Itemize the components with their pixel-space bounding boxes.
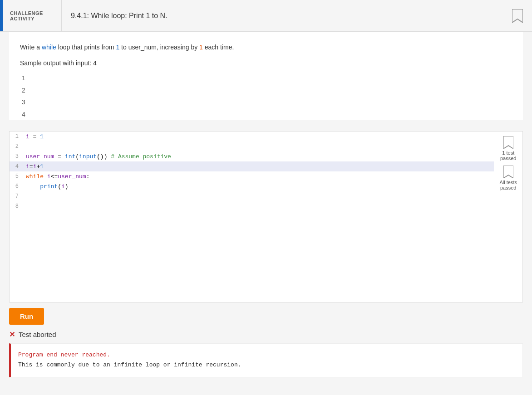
code-line-3: 3 user_num = int(input()) # Assume posit… — [10, 151, 494, 161]
badge-2-line2: passed — [500, 185, 516, 190]
error-line1: Program end never reached. — [18, 350, 515, 360]
svg-marker-1 — [503, 136, 513, 149]
code-line-4: 4 i=i+1 — [10, 161, 494, 171]
description: Write a while loop that prints from 1 to… — [20, 43, 512, 52]
line-num-7: 7 — [10, 193, 24, 200]
desc-text-to: to user_num, increasing by — [119, 44, 199, 51]
line-num-3: 3 — [10, 153, 24, 160]
sample-num-3: 3 — [22, 96, 512, 108]
x-icon: ✕ — [9, 330, 15, 339]
error-line2: This is commonly due to an infinite loop… — [18, 360, 515, 370]
line-num-5: 5 — [10, 173, 24, 180]
sample-output-label: Sample output with input: 4 — [20, 59, 512, 67]
error-box: Program end never reached. This is commo… — [9, 343, 523, 377]
code-editor[interactable]: 1 i = 1 2 3 user_num = int(input()) # As… — [10, 132, 494, 302]
test-aborted-text: Test aborted — [19, 331, 56, 338]
bookmark-icon — [512, 9, 523, 23]
header: CHALLENGE ACTIVITY 9.4.1: While loop: Pr… — [0, 0, 532, 32]
code-empty-space — [10, 211, 494, 302]
code-line-1: 1 i = 1 — [10, 132, 494, 141]
line-num-6: 6 — [10, 183, 24, 190]
challenge-label-line2: ACTIVITY — [10, 16, 54, 21]
main-content: Write a while loop that prints from 1 to… — [9, 32, 523, 120]
page-wrapper: CHALLENGE ACTIVITY 9.4.1: While loop: Pr… — [0, 0, 532, 395]
header-subtitle: 9.4.1: While loop: Print 1 to N. — [62, 0, 503, 31]
code-lines: 1 i = 1 2 3 user_num = int(input()) # As… — [10, 132, 494, 302]
desc-while-text: while — [42, 44, 56, 51]
desc-text-before: Write a — [20, 44, 42, 51]
badge-bookmark-1 — [503, 136, 513, 149]
line-content-3: user_num = int(input()) # Assume positiv… — [24, 153, 494, 160]
sample-num-4: 4 — [22, 108, 512, 121]
desc-num2: 1 — [199, 44, 203, 51]
bookmark-icon-area[interactable] — [503, 0, 532, 31]
line-content-5: while i<=user_num: — [24, 173, 494, 180]
code-line-8: 8 — [10, 201, 494, 211]
sample-num-2: 2 — [22, 84, 512, 97]
sample-numbers: 1 2 3 4 — [20, 72, 512, 120]
run-section: Run — [9, 302, 523, 330]
badges-panel: 1 test passed All tests passed — [494, 132, 522, 302]
line-num-8: 8 — [10, 203, 24, 210]
badge-1-line2: passed — [500, 156, 516, 161]
code-line-5: 5 while i<=user_num: — [10, 171, 494, 181]
badge-1-test-passed: 1 test passed — [500, 136, 516, 161]
desc-text-end: each time. — [203, 44, 234, 51]
line-content-4: i=i+1 — [24, 163, 494, 170]
svg-marker-2 — [503, 166, 513, 178]
editor-section: 1 i = 1 2 3 user_num = int(input()) # As… — [9, 131, 523, 302]
badge-bookmark-2 — [503, 166, 513, 178]
run-button[interactable]: Run — [9, 308, 44, 325]
sample-num-1: 1 — [22, 72, 512, 84]
test-aborted-section: ✕ Test aborted Program end never reached… — [9, 330, 523, 377]
line-content-6: print(i) — [24, 183, 494, 190]
code-line-2: 2 — [10, 141, 494, 151]
badge-1-line1: 1 test — [502, 150, 514, 156]
badge-all-tests-passed: All tests passed — [499, 166, 517, 190]
code-line-7: 7 — [10, 191, 494, 201]
desc-text-after-while: loop that prints from — [56, 44, 116, 51]
badge-2-line1: All tests — [499, 180, 517, 185]
challenge-title-block: CHALLENGE ACTIVITY — [3, 0, 62, 31]
code-line-6: 6 print(i) — [10, 181, 494, 191]
line-num-1: 1 — [10, 133, 24, 140]
test-aborted-label: ✕ Test aborted — [9, 330, 523, 339]
header-subtitle-text: 9.4.1: While loop: Print 1 to N. — [71, 12, 167, 20]
line-num-2: 2 — [10, 143, 24, 150]
line-num-4: 4 — [10, 163, 24, 170]
line-content-1: i = 1 — [24, 133, 494, 140]
svg-marker-0 — [512, 9, 523, 23]
challenge-label-line1: CHALLENGE — [10, 10, 54, 16]
